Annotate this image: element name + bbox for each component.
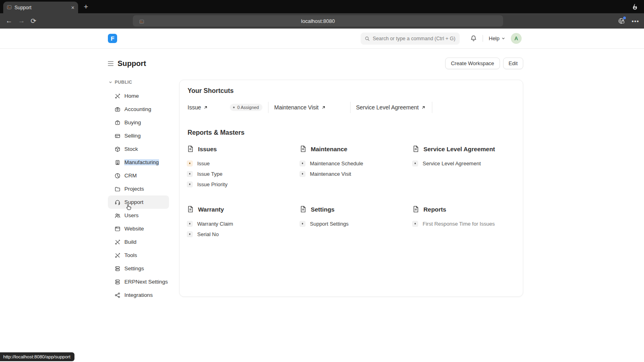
create-workspace-button[interactable]: Create Workspace [445,58,500,69]
shortcut-issue[interactable]: Issue [188,104,208,111]
doctype-link-issue[interactable]: Issue [187,158,299,169]
link-bullet-icon [187,171,193,177]
sidebar-item-build[interactable]: Build [108,235,169,249]
reports-masters-grid: IssuesIssueIssue TypeIssue PriorityMaint… [187,145,514,239]
frappe-logo[interactable]: F [108,34,117,43]
doctype-link-issue-type[interactable]: Issue Type [187,169,299,179]
sidebar-section-public[interactable]: PUBLIC [109,80,169,84]
user-avatar[interactable]: A [511,33,522,44]
doctype-link-maintenance-schedule[interactable]: Maintenance Schedule [299,158,412,169]
status-url: http://localhost:8080/app/support [0,352,74,361]
help-label: Help [489,35,500,41]
reload-button[interactable]: ⟳ [31,17,36,25]
shortcut-maintenance-visit[interactable]: Maintenance Visit [274,104,325,111]
card-section-title: Service Level Agreement [423,146,495,152]
notifications-bell-icon[interactable] [470,35,477,42]
browser-chrome: Support × + ← → ⟳ localhost:8080 ••• [0,0,644,29]
workspace-card: Your Shortcuts Issue0 AssignedMaintenanc… [179,80,523,297]
sidebar-item-label: Settings [124,265,144,272]
card-section-issues: IssuesIssueIssue TypeIssue Priority [187,145,299,189]
shortcut-service-level-agreement[interactable]: Service Level Agreement [356,104,426,111]
link-bullet-icon [299,171,305,177]
sidebar-item-users[interactable]: Users [108,209,169,222]
search-input[interactable] [373,36,456,41]
sidebar-item-home[interactable]: Home [108,89,169,103]
global-search[interactable] [361,33,460,45]
edit-button[interactable]: Edit [503,58,523,69]
shortcut-col-empty [432,102,514,113]
card-section-title: Issues [198,146,217,152]
sidebar-item-label: Support [124,199,143,205]
url-bar[interactable]: localhost:8080 [133,15,503,27]
card-section-service-level-agreement: Service Level AgreementService Level Agr… [412,145,525,189]
doctype-link-service-level-agreement[interactable]: Service Level Agreement [412,158,525,169]
sidebar-item-label: ERPNext Settings [124,279,168,285]
extension-notification-dot [623,16,626,19]
sidebar: PUBLIC HomeAccountingBuyingSellingStockM… [108,80,169,302]
forward-button[interactable]: → [18,17,25,25]
extensions-icon[interactable] [618,17,625,25]
help-menu[interactable]: Help [489,35,505,41]
sidebar-item-manufacturing[interactable]: Manufacturing [108,156,169,169]
back-button[interactable]: ← [6,17,12,25]
doctype-link-warranty-claim[interactable]: Warranty Claim [187,218,299,229]
doctype-link-issue-priority[interactable]: Issue Priority [187,179,299,189]
assigned-count-badge[interactable]: 0 Assigned [230,104,262,111]
link-bullet-icon [187,181,193,187]
browser-tab[interactable]: Support × [3,2,78,13]
accounting-icon [114,106,121,113]
doctype-link-maintenance-visit[interactable]: Maintenance Visit [299,169,412,179]
sidebar-item-erpnext-settings[interactable]: ERPNext Settings [108,275,169,288]
sidebar-item-selling[interactable]: Selling [108,129,169,142]
favicon-icon [7,4,12,11]
browser-logo-flame-icon [632,3,638,12]
sidebar-item-stock[interactable]: Stock [108,142,169,156]
reports-masters-heading: Reports & Masters [188,129,514,136]
link-label: Issue [197,160,210,167]
doctype-link-support-settings[interactable]: Support Settings [299,218,412,229]
search-icon [365,36,370,41]
sidebar-item-support[interactable]: Support [108,195,169,209]
card-section-title: Maintenance [311,146,347,152]
sidebar-item-label: Accounting [124,106,151,112]
tab-close-icon[interactable]: × [71,5,74,10]
home-icon [114,93,121,99]
sidebar-item-accounting[interactable]: Accounting [108,103,169,116]
sidebar-item-label: Build [124,239,136,245]
sidebar-item-projects[interactable]: Projects [108,182,169,195]
doctype-link-serial-no[interactable]: Serial No [187,229,299,239]
sidebar-item-integrations[interactable]: Integrations [108,288,169,302]
card-section-header: Settings [299,206,412,213]
new-tab-button[interactable]: + [84,2,88,11]
buying-icon [114,119,121,126]
link-label: Issue Priority [197,181,227,187]
sidebar-item-label: Integrations [124,292,153,298]
link-label: Support Settings [310,221,349,227]
shortcuts-heading: Your Shortcuts [188,87,514,95]
projects-icon [114,186,121,192]
document-icon [412,145,419,152]
shortcut-label: Issue [188,104,201,111]
link-bullet-icon [187,221,193,227]
sidebar-item-label: Selling [124,133,141,139]
sidebar-item-settings[interactable]: Settings [108,262,169,275]
sidebar-item-website[interactable]: Website [108,222,169,235]
card-section-header: Warranty [187,206,299,213]
card-section-title: Warranty [198,206,224,213]
selling-icon [114,133,121,139]
sidebar-item-crm[interactable]: CRM [108,169,169,182]
link-label: Serial No [197,231,219,237]
drag-handle-icon[interactable] [108,61,114,66]
manufacturing-icon [114,159,121,166]
sidebar-item-tools[interactable]: Tools [108,249,169,262]
link-bullet-icon [187,160,193,167]
sidebar-item-label: Manufacturing [124,159,159,165]
doctype-link-first-response-time-for-issues[interactable]: First Response Time for Issues [412,218,525,229]
sidebar-items: HomeAccountingBuyingSellingStockManufact… [108,89,169,302]
link-label: Service Level Agreement [423,160,481,167]
shortcut-label: Service Level Agreement [356,104,419,111]
support-icon [114,199,121,206]
sidebar-item-buying[interactable]: Buying [108,116,169,129]
browser-menu-icon[interactable]: ••• [632,18,639,25]
link-label: Maintenance Schedule [310,160,363,167]
